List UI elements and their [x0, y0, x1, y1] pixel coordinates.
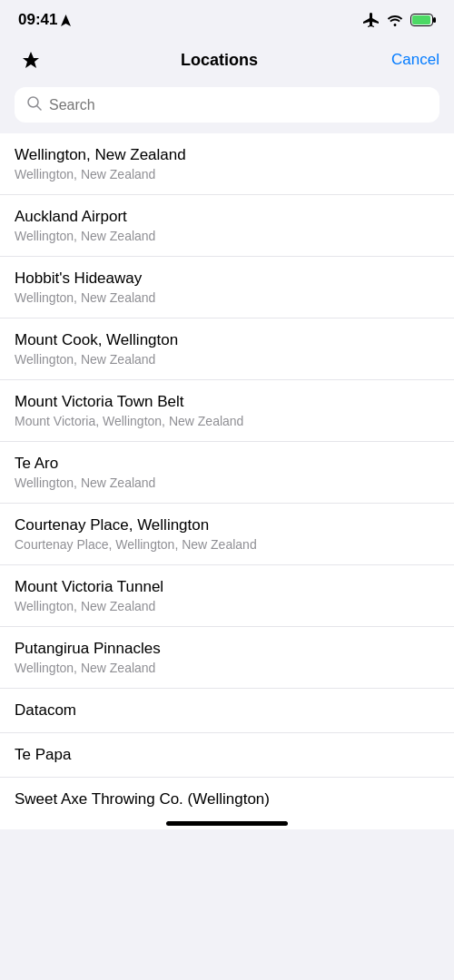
location-name: Auckland Airport — [15, 208, 439, 226]
list-item[interactable]: Wellington, New Zealand Wellington, New … — [0, 133, 454, 195]
svg-rect-1 — [412, 15, 430, 24]
magnifier-icon — [27, 96, 42, 111]
location-subtitle: Wellington, New Zealand — [15, 475, 439, 490]
home-bar — [166, 821, 288, 826]
list-item[interactable]: Te Aro Wellington, New Zealand — [0, 442, 454, 504]
location-name: Hobbit's Hideaway — [15, 270, 439, 288]
home-indicator — [0, 814, 454, 829]
status-bar: 09:41 — [0, 0, 454, 34]
location-name: Te Aro — [15, 455, 439, 473]
location-name: Putangirua Pinnacles — [15, 640, 439, 658]
airplane-icon — [363, 13, 380, 27]
search-bar[interactable] — [15, 87, 439, 122]
list-item[interactable]: Mount Cook, Wellington Wellington, New Z… — [0, 318, 454, 380]
location-fill-icon — [22, 51, 40, 69]
location-name: Sweet Axe Throwing Co. (Wellington) — [15, 790, 439, 808]
list-item[interactable]: Putangirua Pinnacles Wellington, New Zea… — [0, 627, 454, 689]
search-container — [0, 87, 454, 133]
list-item-partial[interactable]: Sweet Axe Throwing Co. (Wellington) — [0, 778, 454, 814]
location-subtitle: Courtenay Place, Wellington, New Zealand — [15, 537, 439, 552]
location-name: Mount Victoria Town Belt — [15, 393, 439, 411]
location-subtitle: Wellington, New Zealand — [15, 290, 439, 305]
svg-point-3 — [28, 97, 38, 107]
location-subtitle: Mount Victoria, Wellington, New Zealand — [15, 414, 439, 428]
status-icons — [363, 13, 436, 27]
battery-shape — [410, 14, 436, 26]
battery-icon — [410, 14, 436, 26]
location-subtitle: Wellington, New Zealand — [15, 352, 439, 367]
list-item[interactable]: Courtenay Place, Wellington Courtenay Pl… — [0, 504, 454, 565]
location-name: Courtenay Place, Wellington — [15, 516, 439, 534]
location-subtitle: Wellington, New Zealand — [15, 229, 439, 243]
status-time: 09:41 — [18, 11, 71, 29]
location-name: Mount Victoria Tunnel — [15, 578, 439, 596]
back-location-button[interactable] — [15, 44, 47, 76]
nav-bar: Locations Cancel — [0, 34, 454, 87]
location-name: Datacom — [15, 701, 439, 720]
cancel-button[interactable]: Cancel — [391, 51, 439, 69]
search-icon — [27, 96, 42, 113]
location-name: Te Papa — [15, 746, 439, 764]
wifi-icon — [387, 14, 403, 26]
page-title: Locations — [181, 51, 258, 70]
location-arrow-icon — [61, 15, 71, 26]
svg-line-4 — [37, 106, 41, 110]
list-item[interactable]: Mount Victoria Tunnel Wellington, New Ze… — [0, 565, 454, 627]
list-item[interactable]: Te Papa — [0, 733, 454, 778]
svg-rect-2 — [433, 17, 436, 23]
list-item[interactable]: Auckland Airport Wellington, New Zealand — [0, 195, 454, 257]
location-name: Mount Cook, Wellington — [15, 331, 439, 349]
locations-list: Wellington, New Zealand Wellington, New … — [0, 133, 454, 814]
list-item[interactable]: Datacom — [0, 689, 454, 733]
time-display: 09:41 — [18, 11, 57, 29]
location-subtitle: Wellington, New Zealand — [15, 599, 439, 613]
location-name: Wellington, New Zealand — [15, 146, 439, 164]
list-item[interactable]: Hobbit's Hideaway Wellington, New Zealan… — [0, 257, 454, 318]
location-subtitle: Wellington, New Zealand — [15, 661, 439, 675]
list-item[interactable]: Mount Victoria Town Belt Mount Victoria,… — [0, 380, 454, 442]
search-input[interactable] — [49, 97, 427, 113]
location-subtitle: Wellington, New Zealand — [15, 167, 439, 181]
